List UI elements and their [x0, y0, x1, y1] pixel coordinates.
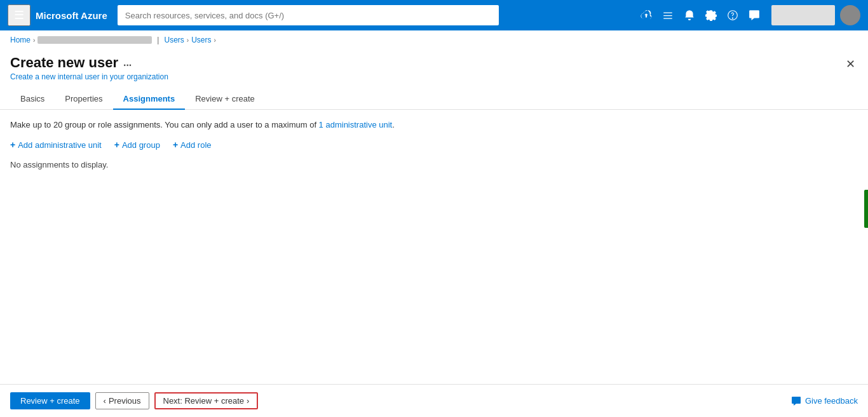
- plus-icon: +: [10, 140, 15, 150]
- next-review-create-button[interactable]: Next: Review + create ›: [154, 392, 259, 409]
- content-area: Make up to 20 group or role assignments.…: [0, 110, 868, 384]
- account-selector[interactable]: [771, 5, 835, 25]
- info-text: Make up to 20 group or role assignments.…: [10, 120, 858, 129]
- admin-unit-link[interactable]: 1 administrative unit: [319, 120, 393, 129]
- feedback-icon[interactable]: [745, 6, 764, 25]
- breadcrumb-users-2[interactable]: Users: [191, 36, 211, 44]
- breadcrumb-home[interactable]: Home: [10, 36, 31, 44]
- breadcrumb-chevron-3: ›: [214, 37, 216, 44]
- main-content: Home › | Users › Users › Create new user…: [0, 30, 868, 417]
- tab-assignments[interactable]: Assignments: [113, 89, 186, 110]
- add-admin-unit-button[interactable]: + Add administrative unit: [10, 140, 102, 150]
- tab-properties[interactable]: Properties: [55, 89, 112, 110]
- cloud-upload-icon[interactable]: [637, 6, 656, 25]
- plus-icon: +: [173, 140, 178, 150]
- plus-icon: +: [114, 140, 119, 150]
- nav-icons: [637, 5, 860, 25]
- add-role-button[interactable]: + Add role: [173, 140, 212, 150]
- breadcrumb-separator: |: [157, 36, 159, 44]
- tab-basics[interactable]: Basics: [10, 89, 55, 110]
- green-status-bar: [864, 190, 868, 228]
- no-assignments-text: No assignments to display.: [10, 160, 858, 169]
- next-icon: ›: [247, 396, 249, 406]
- more-options-icon[interactable]: ...: [123, 57, 132, 69]
- portal-settings-icon[interactable]: [658, 6, 677, 25]
- page-title: Create new user ...: [10, 55, 168, 71]
- give-feedback-button[interactable]: Give feedback: [791, 396, 858, 406]
- notifications-icon[interactable]: [680, 6, 699, 25]
- breadcrumb-chevron-2: ›: [187, 37, 189, 44]
- settings-icon[interactable]: [702, 6, 721, 25]
- page-title-group: Create new user ... Create a new interna…: [10, 55, 168, 81]
- action-row: + Add administrative unit + Add group + …: [10, 140, 858, 150]
- add-group-button[interactable]: + Add group: [114, 140, 160, 150]
- breadcrumb-redacted: [37, 36, 152, 44]
- tabs-container: Basics Properties Assignments Review + c…: [0, 81, 868, 110]
- previous-button[interactable]: ‹ Previous: [95, 392, 149, 409]
- give-feedback-icon: [791, 396, 801, 406]
- brand-title: Microsoft Azure: [36, 10, 107, 21]
- close-button[interactable]: ✕: [843, 55, 858, 74]
- page-subtitle: Create a new internal user in your organ…: [10, 72, 168, 81]
- search-input[interactable]: [118, 5, 499, 25]
- breadcrumb: Home › | Users › Users ›: [0, 30, 868, 50]
- hamburger-menu[interactable]: ☰: [8, 4, 31, 26]
- review-create-button[interactable]: Review + create: [10, 392, 90, 409]
- tab-review-create[interactable]: Review + create: [185, 89, 265, 110]
- help-icon[interactable]: [723, 6, 742, 25]
- bottom-bar: Review + create ‹ Previous Next: Review …: [0, 384, 868, 417]
- avatar[interactable]: [840, 5, 860, 25]
- page-header: Create new user ... Create a new interna…: [0, 50, 868, 81]
- breadcrumb-users-1[interactable]: Users: [164, 36, 184, 44]
- top-navigation: ☰ Microsoft Azure: [0, 0, 868, 30]
- previous-icon: ‹: [104, 396, 106, 406]
- breadcrumb-chevron-1: ›: [33, 37, 35, 44]
